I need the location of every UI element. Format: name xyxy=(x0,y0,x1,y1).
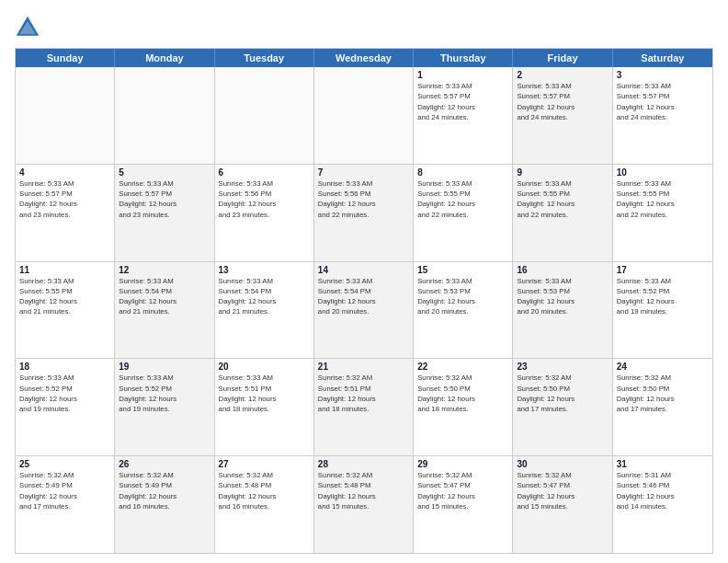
page: SundayMondayTuesdayWednesdayThursdayFrid… xyxy=(0,0,728,563)
logo-icon xyxy=(15,15,40,40)
day-number: 18 xyxy=(19,362,110,372)
calendar-row-2: 4Sunrise: 5:33 AMSunset: 5:57 PMDaylight… xyxy=(16,165,712,262)
day-cell-20: 20Sunrise: 5:33 AMSunset: 5:51 PMDayligh… xyxy=(215,359,314,455)
day-cell-10: 10Sunrise: 5:33 AMSunset: 5:55 PMDayligh… xyxy=(613,165,712,261)
day-number: 6 xyxy=(219,167,310,178)
day-cell-4: 4Sunrise: 5:33 AMSunset: 5:57 PMDaylight… xyxy=(16,165,115,261)
day-number: 30 xyxy=(517,459,608,469)
empty-cell-0-2 xyxy=(215,67,314,164)
day-number: 11 xyxy=(19,265,110,275)
day-info: Sunrise: 5:32 AMSunset: 5:51 PMDaylight:… xyxy=(318,373,409,414)
day-number: 12 xyxy=(119,265,210,275)
day-number: 7 xyxy=(318,167,409,178)
day-cell-23: 23Sunrise: 5:32 AMSunset: 5:50 PMDayligh… xyxy=(513,359,612,455)
day-cell-14: 14Sunrise: 5:33 AMSunset: 5:54 PMDayligh… xyxy=(314,262,414,359)
day-info: Sunrise: 5:32 AMSunset: 5:48 PMDaylight:… xyxy=(318,470,409,511)
day-cell-2: 2Sunrise: 5:33 AMSunset: 5:57 PMDaylight… xyxy=(513,67,612,164)
day-info: Sunrise: 5:33 AMSunset: 5:55 PMDaylight:… xyxy=(19,276,110,317)
day-number: 15 xyxy=(417,265,508,275)
day-cell-12: 12Sunrise: 5:33 AMSunset: 5:54 PMDayligh… xyxy=(115,262,214,359)
calendar-row-5: 25Sunrise: 5:32 AMSunset: 5:49 PMDayligh… xyxy=(16,456,712,553)
day-number: 29 xyxy=(417,459,508,469)
day-cell-31: 31Sunrise: 5:31 AMSunset: 5:46 PMDayligh… xyxy=(613,456,712,553)
day-number: 25 xyxy=(19,459,110,469)
header-day-wednesday: Wednesday xyxy=(314,49,414,67)
header-day-saturday: Saturday xyxy=(613,49,712,67)
day-info: Sunrise: 5:31 AMSunset: 5:46 PMDaylight:… xyxy=(617,470,709,511)
day-number: 10 xyxy=(617,167,709,178)
day-info: Sunrise: 5:32 AMSunset: 5:49 PMDaylight:… xyxy=(19,470,110,511)
day-info: Sunrise: 5:33 AMSunset: 5:54 PMDaylight:… xyxy=(318,276,409,317)
day-info: Sunrise: 5:32 AMSunset: 5:49 PMDaylight:… xyxy=(119,470,210,511)
empty-cell-0-3 xyxy=(314,67,414,164)
day-cell-26: 26Sunrise: 5:32 AMSunset: 5:49 PMDayligh… xyxy=(115,456,214,553)
header-day-sunday: Sunday xyxy=(16,49,115,67)
day-cell-5: 5Sunrise: 5:33 AMSunset: 5:57 PMDaylight… xyxy=(115,165,214,261)
day-info: Sunrise: 5:33 AMSunset: 5:51 PMDaylight:… xyxy=(219,373,310,414)
calendar-row-4: 18Sunrise: 5:33 AMSunset: 5:52 PMDayligh… xyxy=(16,359,712,456)
header-day-friday: Friday xyxy=(513,49,612,67)
day-cell-3: 3Sunrise: 5:33 AMSunset: 5:57 PMDaylight… xyxy=(613,67,712,164)
day-cell-11: 11Sunrise: 5:33 AMSunset: 5:55 PMDayligh… xyxy=(16,262,115,359)
day-cell-29: 29Sunrise: 5:32 AMSunset: 5:47 PMDayligh… xyxy=(414,456,513,553)
day-number: 28 xyxy=(318,459,409,469)
day-cell-9: 9Sunrise: 5:33 AMSunset: 5:55 PMDaylight… xyxy=(513,165,612,261)
header-day-thursday: Thursday xyxy=(414,49,513,67)
day-cell-22: 22Sunrise: 5:32 AMSunset: 5:50 PMDayligh… xyxy=(414,359,513,455)
logo xyxy=(15,15,44,40)
day-number: 17 xyxy=(617,265,709,275)
day-cell-13: 13Sunrise: 5:33 AMSunset: 5:54 PMDayligh… xyxy=(215,262,314,359)
calendar: SundayMondayTuesdayWednesdayThursdayFrid… xyxy=(15,48,713,554)
day-cell-18: 18Sunrise: 5:33 AMSunset: 5:52 PMDayligh… xyxy=(16,359,115,455)
day-number: 24 xyxy=(617,362,709,372)
day-cell-28: 28Sunrise: 5:32 AMSunset: 5:48 PMDayligh… xyxy=(314,456,414,553)
day-info: Sunrise: 5:33 AMSunset: 5:56 PMDaylight:… xyxy=(318,178,409,220)
day-info: Sunrise: 5:32 AMSunset: 5:50 PMDaylight:… xyxy=(617,373,709,414)
empty-cell-0-1 xyxy=(115,67,214,164)
calendar-row-3: 11Sunrise: 5:33 AMSunset: 5:55 PMDayligh… xyxy=(16,262,712,360)
header xyxy=(15,15,713,40)
day-info: Sunrise: 5:33 AMSunset: 5:57 PMDaylight:… xyxy=(617,81,709,122)
day-number: 9 xyxy=(517,167,608,178)
day-info: Sunrise: 5:33 AMSunset: 5:55 PMDaylight:… xyxy=(417,178,508,220)
day-info: Sunrise: 5:33 AMSunset: 5:57 PMDaylight:… xyxy=(119,178,210,220)
day-info: Sunrise: 5:33 AMSunset: 5:53 PMDaylight:… xyxy=(417,276,508,317)
day-number: 1 xyxy=(417,70,508,80)
header-day-tuesday: Tuesday xyxy=(215,49,314,67)
day-info: Sunrise: 5:32 AMSunset: 5:47 PMDaylight:… xyxy=(517,470,608,511)
day-info: Sunrise: 5:32 AMSunset: 5:50 PMDaylight:… xyxy=(417,373,508,414)
day-cell-25: 25Sunrise: 5:32 AMSunset: 5:49 PMDayligh… xyxy=(16,456,115,553)
day-info: Sunrise: 5:33 AMSunset: 5:57 PMDaylight:… xyxy=(517,81,608,122)
day-cell-17: 17Sunrise: 5:33 AMSunset: 5:52 PMDayligh… xyxy=(613,262,712,359)
day-number: 13 xyxy=(219,265,310,275)
empty-cell-0-0 xyxy=(16,67,115,164)
day-cell-24: 24Sunrise: 5:32 AMSunset: 5:50 PMDayligh… xyxy=(613,359,712,455)
calendar-row-1: 1Sunrise: 5:33 AMSunset: 5:57 PMDaylight… xyxy=(16,67,712,165)
day-cell-1: 1Sunrise: 5:33 AMSunset: 5:57 PMDaylight… xyxy=(414,67,513,164)
day-number: 19 xyxy=(119,362,210,372)
day-info: Sunrise: 5:33 AMSunset: 5:52 PMDaylight:… xyxy=(617,276,709,317)
day-number: 3 xyxy=(617,70,709,80)
day-number: 31 xyxy=(617,459,709,469)
calendar-header: SundayMondayTuesdayWednesdayThursdayFrid… xyxy=(16,49,712,67)
day-info: Sunrise: 5:32 AMSunset: 5:48 PMDaylight:… xyxy=(219,470,310,511)
day-number: 20 xyxy=(219,362,310,372)
day-info: Sunrise: 5:33 AMSunset: 5:54 PMDaylight:… xyxy=(219,276,310,317)
day-cell-27: 27Sunrise: 5:32 AMSunset: 5:48 PMDayligh… xyxy=(215,456,314,553)
calendar-body: 1Sunrise: 5:33 AMSunset: 5:57 PMDaylight… xyxy=(16,67,712,553)
day-number: 21 xyxy=(318,362,409,372)
day-cell-6: 6Sunrise: 5:33 AMSunset: 5:56 PMDaylight… xyxy=(215,165,314,261)
day-number: 2 xyxy=(517,70,608,80)
day-info: Sunrise: 5:32 AMSunset: 5:47 PMDaylight:… xyxy=(417,470,508,511)
day-cell-16: 16Sunrise: 5:33 AMSunset: 5:53 PMDayligh… xyxy=(513,262,612,359)
day-info: Sunrise: 5:33 AMSunset: 5:52 PMDaylight:… xyxy=(19,373,110,414)
day-number: 8 xyxy=(417,167,508,178)
day-number: 23 xyxy=(517,362,608,372)
day-number: 14 xyxy=(318,265,409,275)
day-info: Sunrise: 5:33 AMSunset: 5:56 PMDaylight:… xyxy=(219,178,310,220)
day-cell-30: 30Sunrise: 5:32 AMSunset: 5:47 PMDayligh… xyxy=(513,456,612,553)
day-info: Sunrise: 5:33 AMSunset: 5:54 PMDaylight:… xyxy=(119,276,210,317)
day-info: Sunrise: 5:33 AMSunset: 5:57 PMDaylight:… xyxy=(417,81,508,122)
day-info: Sunrise: 5:33 AMSunset: 5:52 PMDaylight:… xyxy=(119,373,210,414)
day-info: Sunrise: 5:32 AMSunset: 5:50 PMDaylight:… xyxy=(517,373,608,414)
